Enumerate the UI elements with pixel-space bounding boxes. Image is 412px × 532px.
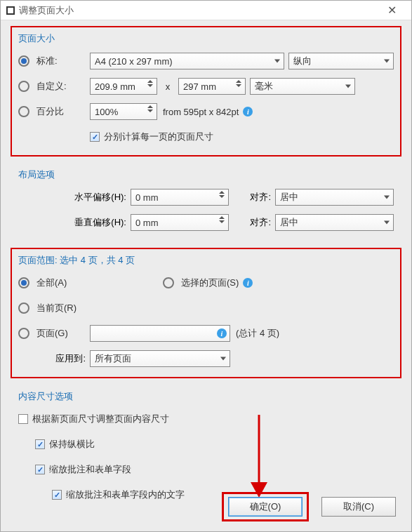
resize-content-label: 根据新页面尺寸调整页面内容尺寸 (32, 413, 169, 425)
layout-group: 布局选项 水平偏移(H): 0 mm 对齐: 居中 垂直偏移(H): 0 mm (11, 162, 401, 242)
voff-spinner[interactable]: 0 mm (131, 214, 229, 231)
pages-input[interactable]: i (90, 325, 230, 342)
calc-each-label: 分别计算每一页的页面尺寸 (104, 131, 213, 143)
chevron-down-icon (384, 60, 390, 63)
range-all-radio[interactable] (18, 277, 29, 288)
chevron-down-icon (345, 85, 351, 88)
chevron-down-icon (220, 357, 226, 361)
total-pages-text: (总计 4 页) (236, 327, 279, 340)
from-text: from 595pt x 842pt (163, 107, 239, 117)
scale-annot-label: 缩放批注和表单字段 (49, 463, 131, 476)
layout-title: 布局选项 (18, 168, 394, 181)
scale-text-checkbox[interactable] (52, 490, 62, 500)
percent-value: 100% (95, 107, 118, 117)
standard-radio[interactable] (18, 55, 29, 67)
percent-spinner[interactable]: 100% (90, 103, 157, 120)
page-size-group: 页面大小 标准: A4 (210 x 297 mm) 纵向 自定义: 20 (11, 26, 401, 157)
cancel-label: 取消(C) (343, 500, 374, 513)
unit-value: 毫米 (255, 80, 273, 93)
voff-label: 垂直偏移(H): (18, 216, 131, 229)
unit-select[interactable]: 毫米 (250, 78, 355, 95)
scale-annot-checkbox[interactable] (35, 465, 45, 474)
chevron-down-icon (384, 196, 390, 199)
percent-label: 百分比 (36, 105, 90, 118)
range-all-label: 全部(A) (36, 277, 163, 289)
dialog-window: 调整页面大小 ✕ 页面大小 标准: A4 (210 x 297 mm) 纵向 (0, 0, 412, 532)
range-pages-label: 页面(G) (36, 327, 90, 340)
calc-each-checkbox[interactable] (90, 132, 100, 142)
content-options-title: 内容尺寸选项 (18, 390, 394, 403)
info-icon[interactable]: i (243, 278, 253, 288)
orientation-select[interactable]: 纵向 (288, 53, 394, 69)
scale-text-label: 缩放批注和表单字段内的文字 (66, 488, 185, 501)
window-title: 调整页面大小 (19, 4, 378, 17)
ok-button[interactable]: 确定(O) (228, 497, 303, 517)
hoff-label: 水平偏移(H): (18, 191, 131, 204)
range-pages-radio[interactable] (18, 328, 29, 339)
align-h-select[interactable]: 居中 (275, 189, 394, 206)
custom-radio[interactable] (18, 81, 29, 92)
resize-content-checkbox[interactable] (18, 414, 28, 424)
align-v-value: 居中 (280, 216, 298, 229)
custom-width-value: 209.9 mm (95, 81, 135, 92)
x-separator: x (157, 81, 178, 92)
ok-highlight: 确定(O) (222, 492, 309, 521)
info-icon[interactable]: i (243, 107, 253, 117)
custom-height-spinner[interactable]: 297 mm (178, 78, 246, 95)
preset-value: A4 (210 x 297 mm) (95, 56, 173, 67)
titlebar: 调整页面大小 ✕ (1, 1, 411, 20)
custom-height-value: 297 mm (183, 81, 216, 92)
page-range-group: 页面范围: 选中 4 页，共 4 页 全部(A) 选择的页面(S) i 当前页(… (11, 248, 401, 378)
range-selected-label: 选择的页面(S) (181, 277, 239, 289)
standard-label: 标准: (36, 55, 90, 67)
custom-label: 自定义: (36, 80, 90, 93)
apply-to-select[interactable]: 所有页面 (90, 350, 230, 367)
info-icon[interactable]: i (217, 328, 227, 338)
apply-to-value: 所有页面 (95, 352, 131, 365)
chevron-down-icon (274, 60, 280, 63)
custom-width-spinner[interactable]: 209.9 mm (90, 78, 157, 95)
app-icon (6, 6, 15, 15)
cancel-button[interactable]: 取消(C) (321, 497, 396, 517)
keep-ratio-label: 保持纵横比 (49, 438, 95, 451)
align-v-label: 对齐: (229, 216, 275, 229)
range-current-radio[interactable] (18, 302, 29, 314)
orientation-value: 纵向 (293, 55, 312, 67)
page-size-title: 页面大小 (18, 32, 394, 45)
percent-radio[interactable] (18, 106, 29, 117)
apply-to-label: 应用到: (18, 352, 90, 365)
ok-label: 确定(O) (250, 500, 281, 513)
voff-value: 0 mm (135, 218, 159, 228)
hoff-value: 0 mm (135, 192, 159, 203)
close-button[interactable]: ✕ (378, 1, 406, 20)
keep-ratio-checkbox[interactable] (35, 439, 45, 449)
preset-select[interactable]: A4 (210 x 297 mm) (90, 53, 284, 69)
button-row: 确定(O) 取消(C) (222, 492, 396, 521)
align-v-select[interactable]: 居中 (275, 214, 394, 231)
content-area: 页面大小 标准: A4 (210 x 297 mm) 纵向 自定义: 20 (1, 20, 411, 526)
align-h-value: 居中 (280, 191, 298, 204)
chevron-down-icon (384, 221, 390, 225)
range-selected-radio[interactable] (163, 277, 174, 288)
range-current-label: 当前页(R) (36, 302, 77, 314)
align-h-label: 对齐: (229, 191, 275, 204)
range-title: 页面范围: 选中 4 页，共 4 页 (18, 254, 394, 267)
hoff-spinner[interactable]: 0 mm (131, 189, 229, 206)
